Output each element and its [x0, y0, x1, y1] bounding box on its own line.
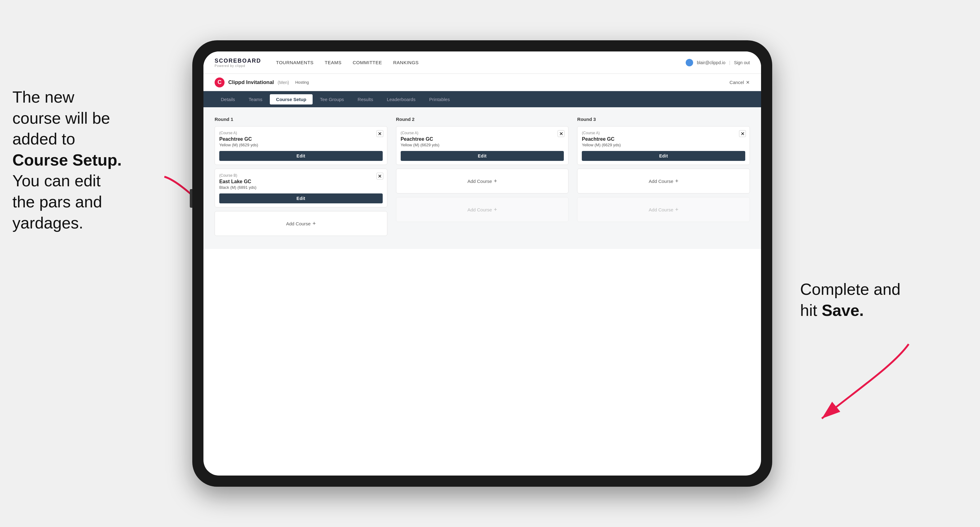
round2-course-a-card: ✕ (Course A) Peachtree GC Yellow (M) (66… — [396, 126, 569, 165]
tournament-name: Clippd Invitational — [228, 79, 274, 86]
tab-results[interactable]: Results — [352, 94, 379, 105]
user-email: blair@clippd.io — [697, 60, 725, 65]
nav-divider: | — [729, 60, 730, 65]
logo-area: SCOREBOARD Powered by clippd — [215, 58, 261, 68]
arrow-right-icon — [819, 341, 912, 422]
annotation-line4: You can edit — [13, 172, 100, 190]
logo-subtitle: Powered by clippd — [215, 64, 261, 68]
round2-add-course-dimmed: Add Course + — [396, 197, 569, 222]
annotation-left: The new course will be added to Course S… — [13, 87, 192, 233]
round3-add-course-dimmed-plus-icon: + — [675, 206, 679, 213]
round1-course-b-label: (Course B) — [219, 173, 383, 178]
round1-course-b-card: ✕ (Course B) East Lake GC Black (M) (689… — [215, 169, 387, 207]
annotation-right: Complete and hit Save. — [800, 279, 949, 321]
round1-add-course-plus-icon: + — [313, 221, 316, 227]
hosting-badge: Hosting — [295, 80, 309, 85]
cancel-button[interactable]: Cancel ✕ — [729, 80, 750, 85]
tournament-info: C Clippd Invitational (Men) Hosting — [215, 78, 309, 87]
round1-course-b-edit-button[interactable]: Edit — [219, 194, 383, 203]
tab-printables[interactable]: Printables — [423, 94, 456, 105]
rounds-grid: Round 1 ✕ (Course A) Peachtree GC Yellow… — [215, 117, 750, 240]
round1-course-a-edit-button[interactable]: Edit — [219, 151, 383, 161]
round1-course-b-tee: Black (M) (6891 yds) — [219, 185, 383, 190]
annotation-line3: added to — [13, 130, 75, 148]
round3-course-a-tee: Yellow (M) (6629 yds) — [582, 143, 745, 147]
round3-add-course-label: Add Course — [649, 179, 673, 184]
round3-add-course-button[interactable]: Add Course + — [577, 169, 750, 194]
cancel-icon: ✕ — [746, 80, 750, 85]
annotation-line2: course will be — [13, 109, 110, 127]
tab-course-setup[interactable]: Course Setup — [270, 94, 313, 105]
user-avatar — [686, 59, 693, 66]
round-3-label: Round 3 — [577, 117, 750, 122]
round1-add-course-button[interactable]: Add Course + — [215, 211, 387, 236]
round3-course-a-label: (Course A) — [582, 131, 745, 135]
nav-teams[interactable]: TEAMS — [325, 60, 342, 65]
tablet-screen: SCOREBOARD Powered by clippd TOURNAMENTS… — [204, 51, 761, 476]
tournament-bar: C Clippd Invitational (Men) Hosting Canc… — [204, 74, 761, 91]
cancel-label: Cancel — [729, 80, 744, 85]
annotation-line5: the pars and — [13, 193, 102, 211]
tablet-device: SCOREBOARD Powered by clippd TOURNAMENTS… — [192, 40, 772, 487]
round3-course-a-card: ✕ (Course A) Peachtree GC Yellow (M) (66… — [577, 126, 750, 165]
annotation-right-line2: hit — [800, 301, 821, 319]
round2-add-course-dimmed-plus-icon: + — [494, 206, 497, 213]
round3-add-course-plus-icon: + — [675, 178, 679, 184]
round1-course-a-label: (Course A) — [219, 131, 383, 135]
annotation-right-bold: Save. — [821, 301, 864, 319]
clippd-logo: C — [215, 78, 224, 87]
round-1-label: Round 1 — [215, 117, 387, 122]
tab-leaderboards[interactable]: Leaderboards — [380, 94, 422, 105]
nav-committee[interactable]: COMMITTEE — [353, 60, 382, 65]
round1-course-a-tee: Yellow (M) (6629 yds) — [219, 143, 383, 147]
round1-course-b-delete-icon[interactable]: ✕ — [377, 173, 383, 179]
nav-right: blair@clippd.io | Sign out — [686, 59, 750, 66]
round2-course-a-delete-icon[interactable]: ✕ — [558, 130, 565, 137]
round-2-label: Round 2 — [396, 117, 569, 122]
annotation-line6: yardages. — [13, 214, 83, 232]
round1-course-a-name: Peachtree GC — [219, 137, 383, 142]
round3-course-a-name: Peachtree GC — [582, 137, 745, 142]
main-content: Round 1 ✕ (Course A) Peachtree GC Yellow… — [204, 107, 761, 249]
tab-bar: Details Teams Course Setup Tee Groups Re… — [204, 91, 761, 107]
round3-course-a-edit-button[interactable]: Edit — [582, 151, 745, 161]
nav-rankings[interactable]: RANKINGS — [393, 60, 419, 65]
round2-add-course-plus-icon: + — [494, 178, 497, 184]
top-nav: SCOREBOARD Powered by clippd TOURNAMENTS… — [204, 51, 761, 74]
tab-tee-groups[interactable]: Tee Groups — [314, 94, 350, 105]
round2-course-a-edit-button[interactable]: Edit — [401, 151, 564, 161]
round2-add-course-button[interactable]: Add Course + — [396, 169, 569, 194]
round1-course-a-card: ✕ (Course A) Peachtree GC Yellow (M) (66… — [215, 126, 387, 165]
round2-add-course-dimmed-label: Add Course — [467, 207, 492, 212]
round3-course-a-delete-icon[interactable]: ✕ — [739, 130, 746, 137]
tab-teams[interactable]: Teams — [242, 94, 269, 105]
tournament-gender: (Men) — [278, 80, 289, 85]
nav-tournaments[interactable]: TOURNAMENTS — [276, 60, 313, 65]
round3-add-course-dimmed-label: Add Course — [649, 207, 673, 212]
round3-add-course-dimmed: Add Course + — [577, 197, 750, 222]
round2-course-a-tee: Yellow (M) (6629 yds) — [401, 143, 564, 147]
round2-course-a-label: (Course A) — [401, 131, 564, 135]
tab-details[interactable]: Details — [215, 94, 241, 105]
annotation-line1: The new — [13, 88, 74, 106]
round1-course-b-name: East Lake GC — [219, 179, 383, 184]
round2-course-a-name: Peachtree GC — [401, 137, 564, 142]
round1-add-course-label: Add Course — [286, 221, 310, 226]
sign-out-link[interactable]: Sign out — [734, 60, 750, 65]
round-1-column: Round 1 ✕ (Course A) Peachtree GC Yellow… — [215, 117, 387, 240]
round1-course-a-delete-icon[interactable]: ✕ — [377, 130, 383, 137]
annotation-right-line1: Complete and — [800, 280, 900, 298]
round-3-column: Round 3 ✕ (Course A) Peachtree GC Yellow… — [577, 117, 750, 240]
annotation-bold: Course Setup. — [13, 151, 122, 169]
tablet-side-button — [190, 189, 192, 208]
scoreboard-logo: SCOREBOARD — [215, 58, 261, 64]
round-2-column: Round 2 ✕ (Course A) Peachtree GC Yellow… — [396, 117, 569, 240]
nav-links: TOURNAMENTS TEAMS COMMITTEE RANKINGS — [276, 60, 686, 65]
round2-add-course-label: Add Course — [467, 179, 492, 184]
